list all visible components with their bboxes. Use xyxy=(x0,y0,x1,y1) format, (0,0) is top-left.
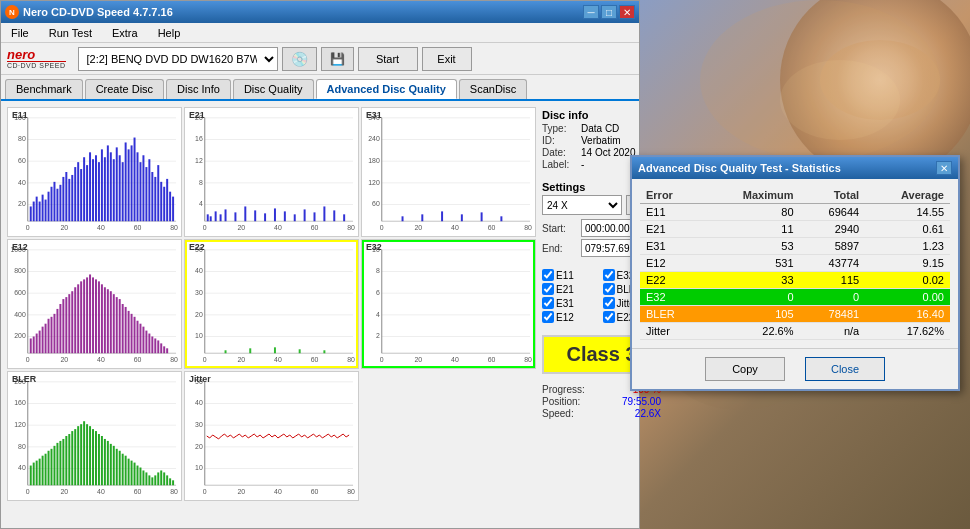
svg-text:0: 0 xyxy=(380,224,384,231)
svg-rect-194 xyxy=(157,340,159,353)
svg-rect-54 xyxy=(125,142,127,221)
svg-rect-310 xyxy=(172,480,174,485)
cb-e11-label: E11 xyxy=(556,270,574,281)
svg-text:60: 60 xyxy=(134,224,142,231)
svg-text:60: 60 xyxy=(488,224,496,231)
menu-run-test[interactable]: Run Test xyxy=(43,25,98,41)
svg-text:20: 20 xyxy=(415,356,423,363)
svg-rect-308 xyxy=(166,475,168,485)
svg-rect-52 xyxy=(119,155,121,221)
label-label: Label: xyxy=(542,159,577,170)
row-e11-error: E11 xyxy=(640,204,703,221)
svg-rect-175 xyxy=(101,284,103,353)
tab-disc-quality[interactable]: Disc Quality xyxy=(233,79,314,99)
drive-icon-button[interactable]: 💿 xyxy=(282,47,317,71)
svg-rect-28 xyxy=(48,192,50,222)
chart-e21: 20 16 12 8 4 0 20 40 60 80 E21 xyxy=(184,107,359,237)
svg-rect-268 xyxy=(48,451,50,485)
svg-rect-309 xyxy=(169,478,171,485)
svg-rect-67 xyxy=(163,187,165,221)
svg-rect-307 xyxy=(163,472,165,485)
svg-rect-267 xyxy=(45,454,47,486)
svg-rect-55 xyxy=(128,149,130,221)
tab-scan-disc[interactable]: ScanDisc xyxy=(459,79,527,99)
cb-e31[interactable] xyxy=(542,297,554,309)
dialog-close-button[interactable]: Close xyxy=(805,357,885,381)
table-row: E12 531 43774 9.15 xyxy=(640,255,950,272)
menu-help[interactable]: Help xyxy=(152,25,187,41)
tab-disc-info[interactable]: Disc Info xyxy=(166,79,231,99)
cb-jitter[interactable] xyxy=(603,297,615,309)
menu-extra[interactable]: Extra xyxy=(106,25,144,41)
svg-text:0: 0 xyxy=(203,356,207,363)
stats-title: Advanced Disc Quality Test - Statistics xyxy=(638,162,841,174)
maximize-button[interactable]: □ xyxy=(601,5,617,19)
svg-rect-127 xyxy=(421,214,423,221)
tab-advanced-disc-quality[interactable]: Advanced Disc Quality xyxy=(316,79,457,99)
cb-e12[interactable] xyxy=(542,311,554,323)
svg-rect-105 xyxy=(333,210,335,221)
cb-e22[interactable] xyxy=(603,311,615,323)
svg-rect-48 xyxy=(107,145,109,221)
svg-rect-221 xyxy=(299,349,301,353)
cb-bler[interactable] xyxy=(603,283,615,295)
svg-rect-68 xyxy=(166,179,168,221)
cb-e11[interactable] xyxy=(542,269,554,281)
end-time-label: End: xyxy=(542,243,577,254)
svg-rect-306 xyxy=(160,470,162,485)
svg-rect-191 xyxy=(148,334,150,354)
start-button[interactable]: Start xyxy=(358,47,418,71)
svg-rect-164 xyxy=(68,294,70,353)
disc-info-title: Disc info xyxy=(542,109,661,121)
svg-rect-264 xyxy=(36,461,38,486)
svg-rect-154 xyxy=(39,331,41,354)
svg-rect-57 xyxy=(134,138,136,222)
row-e31-error: E31 xyxy=(640,238,703,255)
row-e11-max: 80 xyxy=(703,204,800,221)
svg-text:20: 20 xyxy=(415,224,423,231)
svg-text:60: 60 xyxy=(372,200,380,207)
svg-rect-285 xyxy=(98,434,100,485)
close-button[interactable]: ✕ xyxy=(619,5,635,19)
svg-text:E21: E21 xyxy=(189,110,205,120)
svg-rect-104 xyxy=(323,206,325,221)
svg-text:E32: E32 xyxy=(366,242,382,252)
svg-rect-270 xyxy=(53,446,55,485)
copy-button[interactable]: Copy xyxy=(705,357,785,381)
svg-rect-95 xyxy=(234,212,236,221)
save-button[interactable]: 💾 xyxy=(321,47,354,71)
svg-rect-187 xyxy=(137,321,139,353)
svg-rect-273 xyxy=(62,439,64,485)
svg-text:80: 80 xyxy=(524,356,532,363)
row-bler-error: BLER xyxy=(640,306,703,323)
menu-file[interactable]: File xyxy=(5,25,35,41)
row-e12-total: 43774 xyxy=(800,255,866,272)
svg-text:60: 60 xyxy=(488,356,496,363)
drive-selector[interactable]: [2:2] BENQ DVD DD DW1620 B7W9 xyxy=(78,47,278,71)
speed-selector[interactable]: 24 X xyxy=(542,195,622,215)
tab-benchmark[interactable]: Benchmark xyxy=(5,79,83,99)
row-e12-avg: 9.15 xyxy=(865,255,950,272)
svg-rect-192 xyxy=(151,336,153,353)
svg-rect-61 xyxy=(145,167,147,221)
charts-grid: 100 80 60 40 20 0 20 40 60 80 E11 xyxy=(7,107,536,501)
svg-rect-30 xyxy=(53,182,55,221)
minimize-button[interactable]: ─ xyxy=(583,5,599,19)
stats-buttons: Copy Close xyxy=(632,348,958,389)
svg-text:20: 20 xyxy=(195,311,203,318)
cb-e32[interactable] xyxy=(603,269,615,281)
row-e21-error: E21 xyxy=(640,221,703,238)
tab-create-disc[interactable]: Create Disc xyxy=(85,79,164,99)
table-row: E11 80 69644 14.55 xyxy=(640,204,950,221)
svg-rect-188 xyxy=(139,324,141,354)
stats-dialog-close-button[interactable]: ✕ xyxy=(936,161,952,175)
cb-e21[interactable] xyxy=(542,283,554,295)
svg-rect-272 xyxy=(59,441,61,485)
exit-button[interactable]: Exit xyxy=(422,47,472,71)
table-row: E31 53 5897 1.23 xyxy=(640,238,950,255)
svg-rect-186 xyxy=(134,317,136,353)
toolbar: nero CD·DVD SPEED [2:2] BENQ DVD DD DW16… xyxy=(1,43,639,75)
svg-rect-282 xyxy=(89,426,91,485)
row-jitter-max: 22.6% xyxy=(703,323,800,340)
svg-rect-298 xyxy=(137,466,139,486)
